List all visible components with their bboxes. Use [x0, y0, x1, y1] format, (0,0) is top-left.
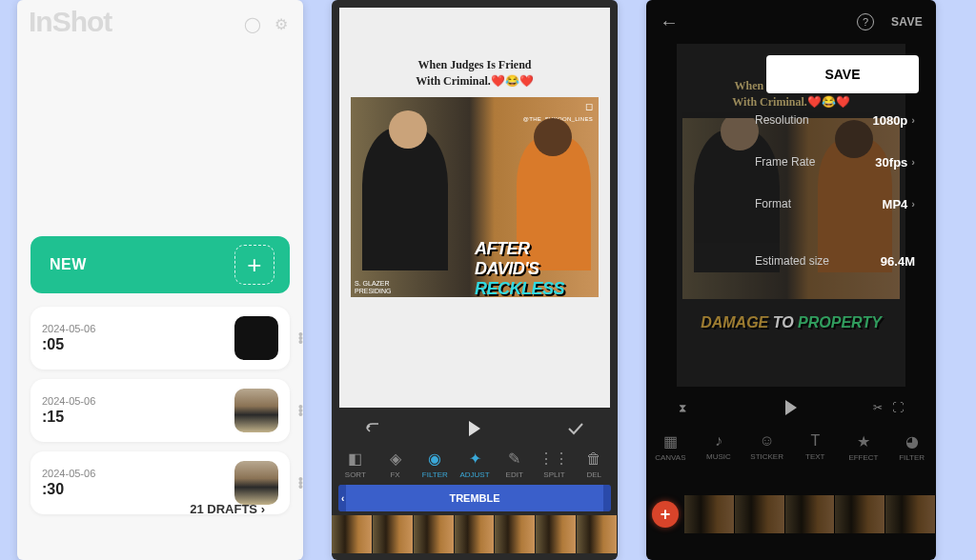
drafts-footer[interactable]: 21 DRAFTS ›: [190, 502, 265, 516]
clip-thumb[interactable]: [455, 515, 496, 553]
top-icons: ◯ ⚙: [244, 15, 288, 33]
draft-thumbnail: [234, 461, 278, 505]
camera-icon[interactable]: ◯: [244, 15, 261, 33]
clip-thumb[interactable]: [835, 495, 885, 533]
back-icon[interactable]: ←: [660, 11, 679, 33]
draft-thumbnail: [234, 316, 278, 360]
new-label: NEW: [50, 256, 87, 273]
clip-thumb[interactable]: [684, 495, 735, 533]
timeline-clips[interactable]: [332, 515, 618, 553]
video-preview: When Judges Is Friend With Criminal.❤️😂❤…: [339, 8, 610, 408]
instagram-icon: ◻: [585, 101, 593, 111]
chevron-right-icon: ›: [911, 198, 915, 210]
tool-delete[interactable]: 🗑DEL: [574, 450, 614, 479]
export-settings-panel: SAVE Resolution 1080p› Frame Rate 30fps›…: [747, 55, 919, 282]
clip-thumb[interactable]: [373, 515, 414, 553]
tool-filter[interactable]: ◕FILTER: [888, 432, 936, 462]
nameplate: S. GLAZER PRESIDING: [355, 280, 392, 294]
more-icon[interactable]: •••: [298, 332, 303, 344]
plus-icon: +: [234, 245, 274, 285]
help-icon[interactable]: ?: [857, 13, 874, 30]
setting-framerate[interactable]: Frame Rate 30fps›: [747, 141, 919, 183]
save-button[interactable]: SAVE: [766, 55, 919, 93]
draft-duration: :05: [42, 336, 234, 353]
save-label[interactable]: SAVE: [891, 15, 923, 29]
setting-format[interactable]: Format MP4›: [747, 183, 919, 225]
clip-thumb[interactable]: [735, 495, 785, 533]
play-icon[interactable]: [468, 421, 481, 436]
clip-thumb[interactable]: [414, 515, 455, 553]
draft-date: 2024-05-06: [42, 468, 234, 479]
draft-date: 2024-05-06: [42, 323, 234, 334]
fullscreen-icon[interactable]: ⛶: [892, 401, 904, 414]
add-clip-button[interactable]: +: [652, 501, 679, 528]
playback-row: [341, 411, 608, 446]
draft-duration: :30: [42, 481, 234, 498]
time-start: ⧗: [679, 401, 686, 414]
person-judge: [362, 128, 448, 270]
new-project-button[interactable]: NEW +: [30, 236, 290, 293]
setting-estimated: Estimated size 96.4M: [747, 240, 919, 282]
tool-edit[interactable]: ✎EDIT: [495, 450, 535, 479]
clip-thumb[interactable]: [332, 515, 373, 553]
chevron-right-icon: ›: [911, 156, 915, 168]
drafts-screen: InShot ◯ ⚙ NEW + 2024-05-06 :05 ••• 2024…: [17, 0, 303, 560]
tool-effect[interactable]: ★EFFECT: [840, 432, 887, 462]
tool-split[interactable]: ⋮⋮SPLIT: [535, 450, 575, 479]
draft-row[interactable]: 2024-05-06 :05 •••: [30, 307, 290, 370]
setting-resolution[interactable]: Resolution 1080p›: [747, 99, 919, 141]
tool-text[interactable]: TTEXT: [791, 432, 839, 462]
export-screen: ← ? SAVE When Judges Is Friend With Crim…: [646, 0, 936, 560]
scissors-icon[interactable]: ✂: [873, 401, 883, 414]
draft-thumbnail: [234, 389, 278, 432]
tool-adjust[interactable]: ✦ADJUST: [455, 450, 495, 479]
tool-fx[interactable]: ◈FX: [376, 450, 416, 479]
settings-icon[interactable]: ⚙: [274, 15, 288, 33]
draft-date: 2024-05-06: [42, 395, 234, 407]
tool-sort[interactable]: ◧SORT: [336, 450, 376, 479]
clip-thumb[interactable]: [495, 515, 536, 553]
effect-track[interactable]: ‹ TREMBLE ›: [339, 485, 610, 511]
tool-music[interactable]: ♪MUSIC: [695, 432, 742, 462]
clip-thumb[interactable]: [536, 515, 577, 553]
tool-filter[interactable]: ◉FILTER: [415, 450, 455, 479]
chevron-right-icon: ›: [911, 114, 915, 126]
clip-thumb[interactable]: [785, 495, 836, 533]
tool-bar: ◧SORT ◈FX ◉FILTER ✦ADJUST ✎EDIT ⋮⋮SPLIT …: [336, 450, 614, 479]
subtitle: DAMAGE TO PROPERTY: [677, 314, 905, 331]
playback-row: ⧗ ✂ ⛶: [646, 400, 936, 415]
editor-screen: When Judges Is Friend With Criminal.❤️😂❤…: [332, 0, 618, 560]
more-icon[interactable]: •••: [298, 405, 303, 416]
bottom-tool-bar: ▦CANVAS ♪MUSIC ☺STICKER TTEXT ★EFFECT ◕F…: [646, 432, 936, 462]
draft-row[interactable]: 2024-05-06 :15 •••: [30, 379, 290, 442]
video-caption: When Judges Is Friend With Criminal.❤️😂❤…: [416, 57, 533, 90]
app-title: InShot: [29, 6, 112, 38]
undo-icon[interactable]: [365, 422, 382, 435]
chevron-right-icon: ›: [261, 502, 265, 516]
clip-thumb[interactable]: [885, 495, 936, 533]
track-label: TREMBLE: [449, 492, 499, 504]
draft-duration: :15: [42, 409, 234, 426]
play-icon[interactable]: [784, 400, 798, 415]
tool-canvas[interactable]: ▦CANVAS: [646, 432, 694, 462]
tool-sticker[interactable]: ☺STICKER: [743, 432, 791, 462]
clip-thumb[interactable]: [577, 515, 618, 553]
confirm-icon[interactable]: [567, 422, 584, 435]
timeline: +: [646, 491, 936, 537]
more-icon[interactable]: •••: [298, 477, 303, 489]
